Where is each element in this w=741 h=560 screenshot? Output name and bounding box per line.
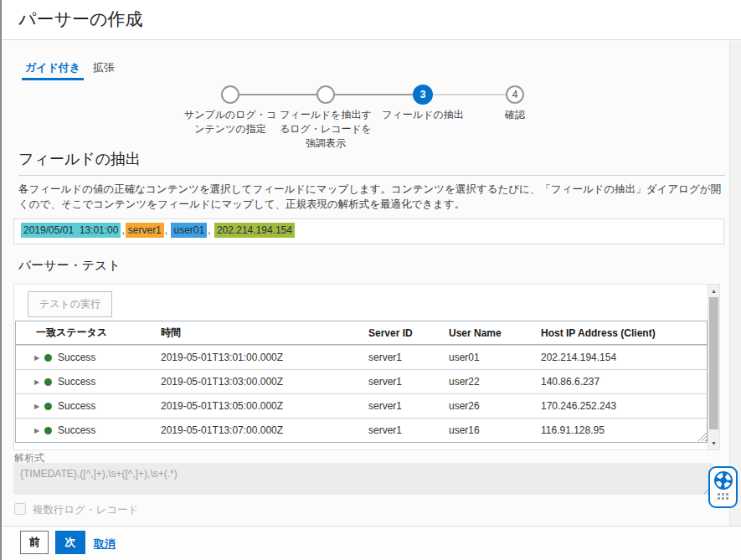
step-4-label: 確認 [468, 108, 562, 122]
step-2-label: フィールドを抽出するログ・レコードを強調表示 [279, 108, 373, 151]
extract-fields-description: 各フィールドの値の正確なコンテンツを選択してフィールドにマップします。コンテンツ… [18, 182, 727, 212]
dialog-header: パーサーの作成 [2, 0, 741, 40]
cell-server-id: server1 [366, 424, 446, 436]
cell-host-ip: 140.86.6.237 [538, 376, 707, 388]
cell-time: 2019-05-01T13:03:00.000Z [158, 376, 366, 388]
col-header-match-status: 一致ステータス [16, 326, 158, 340]
multiline-log-checkbox[interactable] [14, 503, 26, 515]
log-token-user-name[interactable]: user01 [171, 223, 207, 238]
lifebuoy-icon[interactable] [713, 470, 733, 491]
page-title: パーサーの作成 [18, 8, 142, 31]
scroll-down-icon[interactable]: ▼ [708, 440, 719, 446]
test-panel-scrollbar[interactable]: ▲ ▼ [708, 285, 719, 450]
table-row[interactable]: ▶Success 2019-05-01T13:05:00.000Z server… [16, 393, 707, 418]
dialog-scroll-gutter[interactable] [729, 41, 741, 526]
cell-user-name: user01 [446, 352, 538, 363]
log-sample-box: 2019/05/01 13:01:00,server1, user01, 202… [13, 218, 724, 244]
section-divider [18, 175, 725, 176]
test-results-table: 一致ステータス 時間 Server ID User Name Host IP A… [15, 321, 708, 443]
green-dot-icon [44, 378, 52, 386]
multiline-log-label: 複数行ログ・レコード [33, 503, 138, 517]
status-text: Success [58, 352, 95, 363]
cell-user-name: user16 [446, 424, 538, 436]
parser-test-heading: パーサー・テスト [18, 258, 121, 274]
log-token-time[interactable]: 2019/05/01 13:01:00 [21, 223, 121, 238]
green-dot-icon [44, 427, 52, 434]
parse-expression-textarea[interactable]: {TIMEDATE},([^,]+),\s+([^,]+),\s+(.*) [13, 463, 713, 495]
step-2-circle[interactable] [316, 85, 335, 104]
col-header-host-ip: Host IP Address (Client) [538, 327, 707, 339]
cell-host-ip: 116.91.128.95 [538, 424, 707, 436]
status-text: Success [58, 400, 95, 412]
log-token-separator: , [121, 223, 125, 238]
step-3-circle[interactable]: 3 [413, 85, 433, 105]
stepper-connector-3 [423, 94, 515, 95]
previous-button[interactable]: 前 [20, 531, 49, 554]
status-text: Success [58, 424, 95, 436]
dialog-footer: 前 次 取消 [2, 526, 741, 560]
next-button[interactable]: 次 [55, 531, 85, 554]
log-token-separator: , [207, 223, 211, 238]
cell-server-id: server1 [366, 376, 446, 388]
scroll-up-icon[interactable]: ▲ [708, 288, 719, 294]
step-4-circle[interactable]: 4 [506, 85, 524, 104]
cell-time: 2019-05-01T13:05:00.000Z [158, 400, 366, 412]
stepper-connector-1 [230, 94, 326, 95]
tab-guided-underline [22, 78, 84, 80]
cell-server-id: server1 [366, 400, 446, 412]
step-1-circle[interactable] [221, 85, 239, 104]
table-header-row: 一致ステータス 時間 Server ID User Name Host IP A… [16, 321, 707, 345]
cell-host-ip: 202.214.194.154 [538, 352, 707, 363]
green-dot-icon [44, 403, 52, 410]
cell-user-name: user22 [446, 376, 538, 388]
tab-guided[interactable]: ガイド付き [22, 60, 84, 75]
triangle-right-icon[interactable]: ▶ [34, 403, 44, 410]
triangle-right-icon[interactable]: ▶ [34, 354, 44, 362]
cell-user-name: user26 [446, 400, 538, 412]
drag-dots-icon[interactable] [718, 493, 728, 500]
cancel-link[interactable]: 取消 [94, 537, 116, 552]
green-dot-icon [44, 354, 52, 362]
help-widget[interactable] [708, 466, 738, 508]
log-token-separator: , [164, 223, 168, 238]
step-3-label: フィールドの抽出 [376, 108, 470, 122]
cell-time: 2019-05-01T13:07:00.000Z [158, 424, 366, 436]
create-parser-dialog: パーサーの作成 ガイド付き 拡張 3 4 サンプルのログ・コンテンツの指定 フィ… [0, 0, 741, 560]
run-test-button[interactable]: テストの実行 [28, 291, 112, 317]
tab-advanced[interactable]: 拡張 [93, 60, 115, 75]
table-row[interactable]: ▶Success 2019-05-01T13:07:00.000Z server… [16, 418, 707, 442]
col-header-server-id: Server ID [366, 327, 446, 339]
table-row[interactable]: ▶Success 2019-05-01T13:03:00.000Z server… [16, 369, 707, 393]
triangle-right-icon[interactable]: ▶ [34, 378, 44, 386]
step-1-label: サンプルのログ・コンテンツの指定 [183, 108, 277, 136]
col-header-user-name: User Name [446, 327, 538, 339]
cell-host-ip: 170.246.252.243 [538, 400, 707, 412]
triangle-right-icon[interactable]: ▶ [34, 427, 44, 434]
log-token-server-id[interactable]: server1 [126, 223, 164, 238]
table-row[interactable]: ▶Success 2019-05-01T13:01:00.000Z server… [16, 345, 707, 369]
stepper-connector-2 [326, 94, 423, 95]
extract-fields-heading: フィールドの抽出 [18, 149, 141, 169]
cell-time: 2019-05-01T13:01:00.000Z [158, 352, 366, 363]
scrollbar-thumb[interactable] [709, 297, 718, 429]
cell-server-id: server1 [366, 352, 446, 363]
col-header-time: 時間 [158, 326, 366, 340]
status-text: Success [58, 376, 95, 388]
log-token-host-ip[interactable]: 202.214.194.154 [214, 223, 295, 238]
